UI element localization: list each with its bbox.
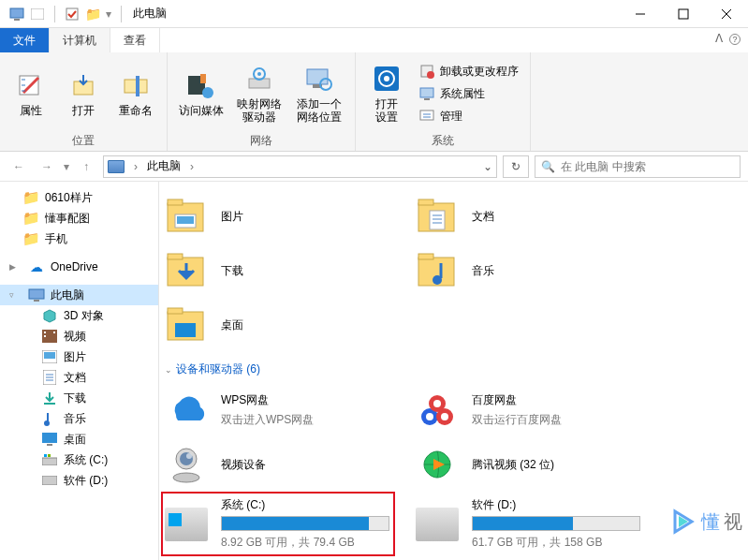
svg-rect-5: [679, 9, 688, 19]
library-item[interactable]: 桌面: [161, 298, 395, 352]
pc-icon: [108, 160, 125, 173]
tree-item[interactable]: 软件 (D:): [0, 470, 158, 491]
svg-rect-34: [44, 335, 46, 337]
drive-item[interactable]: WPS网盘双击进入WPS网盘: [161, 383, 395, 437]
drive-item[interactable]: 百度网盘双击运行百度网盘: [412, 383, 646, 437]
tab-computer[interactable]: 计算机: [50, 28, 110, 52]
drive-icon: [41, 473, 58, 488]
chevron-down-icon: ⌄: [165, 365, 172, 375]
maximize-button[interactable]: [662, 0, 705, 28]
tree-item[interactable]: 📁0610样片: [0, 187, 158, 208]
search-box[interactable]: 🔍: [535, 155, 741, 178]
tab-file[interactable]: 文件: [0, 28, 50, 52]
folder-icon: 📁: [22, 231, 39, 246]
svg-rect-27: [424, 98, 430, 100]
drive-item[interactable]: 视频设备: [161, 437, 395, 492]
ribbon-collapse[interactable]: ᐱ ?: [708, 28, 748, 52]
tree-item[interactable]: 视频: [0, 326, 158, 346]
expand-icon[interactable]: ▶: [9, 262, 19, 272]
svg-rect-42: [47, 444, 52, 446]
svg-point-65: [426, 413, 433, 420]
ribbon-group-network: 访问媒体 映射网络 驱动器 添加一个 网络位置 网络: [168, 52, 356, 151]
svg-rect-52: [418, 199, 433, 205]
drive-icon: [41, 452, 58, 467]
library-item[interactable]: 图片: [161, 189, 395, 243]
rename-button[interactable]: 重命名: [112, 66, 159, 121]
tree-item[interactable]: 音乐: [0, 408, 158, 429]
map-drive-button[interactable]: 映射网络 驱动器: [233, 60, 286, 127]
tree-item[interactable]: 3D 对象: [0, 305, 158, 326]
tree-item-this-pc[interactable]: ▿此电脑: [0, 285, 158, 305]
ribbon-group-system: 打开 设置 卸载或更改程序 系统属性 管理 系统: [356, 52, 531, 151]
library-item[interactable]: 下载: [161, 243, 395, 298]
navigation-pane: 📁0610样片 📁懂事配图 📁手机 ▶☁OneDrive ▿此电脑 3D 对象 …: [0, 182, 159, 560]
svg-rect-30: [34, 300, 39, 302]
manage-button[interactable]: 管理: [416, 107, 522, 126]
open-settings-button[interactable]: 打开 设置: [363, 60, 410, 127]
uninstall-programs-button[interactable]: 卸载或更改程序: [416, 62, 522, 81]
qat-dropdown[interactable]: ▾: [106, 7, 111, 21]
folder-icon: [30, 7, 45, 22]
collapse-icon[interactable]: ▿: [9, 290, 19, 300]
ribbon: 属性 打开 重命名 位置 访问媒体 映射网络 驱动器: [0, 52, 748, 152]
section-header-devices[interactable]: ⌄设备和驱动器 (6): [161, 352, 737, 383]
address-bar[interactable]: › 此电脑 › ⌄: [103, 155, 497, 178]
tree-item[interactable]: 下载: [0, 388, 158, 408]
usage-bar: [472, 516, 640, 531]
tree-item[interactable]: 系统 (C:): [0, 449, 158, 470]
folder-icon: 📁: [22, 211, 39, 226]
close-button[interactable]: [705, 0, 748, 28]
add-location-button[interactable]: 添加一个 网络位置: [291, 60, 347, 127]
up-button[interactable]: ↑: [75, 155, 97, 178]
svg-point-70: [186, 453, 192, 459]
open-button[interactable]: 打开: [60, 66, 107, 121]
drive-item[interactable]: 腾讯视频 (32 位): [412, 437, 646, 492]
forward-button[interactable]: →: [36, 155, 58, 178]
svg-rect-46: [42, 476, 57, 485]
back-button[interactable]: ←: [7, 155, 30, 178]
chevron-icon[interactable]: ›: [130, 160, 141, 173]
checkbox-icon[interactable]: [65, 7, 80, 22]
tree-item[interactable]: 📁懂事配图: [0, 208, 158, 228]
svg-rect-39: [44, 403, 55, 405]
search-input[interactable]: [561, 160, 734, 173]
tree-item[interactable]: 📁手机: [0, 228, 158, 249]
svg-point-17: [257, 72, 261, 76]
drive-item-c[interactable]: 系统 (C:) 8.92 GB 可用，共 79.4 GB: [161, 492, 395, 556]
quick-access-toolbar: 📁 ▾: [0, 6, 125, 22]
navigation-row: ← → ▾ ↑ › 此电脑 › ⌄ ↻ 🔍: [0, 152, 748, 182]
svg-point-40: [44, 420, 50, 426]
svg-point-71: [173, 473, 199, 482]
refresh-button[interactable]: ↻: [503, 155, 529, 178]
library-item[interactable]: 音乐: [412, 243, 646, 298]
library-item[interactable]: 文档: [412, 189, 646, 243]
tree-item[interactable]: 桌面: [0, 429, 158, 449]
search-icon: 🔍: [541, 160, 555, 173]
svg-rect-37: [44, 352, 55, 359]
drive-item-d[interactable]: 软件 (D:) 61.7 GB 可用，共 158 GB: [412, 492, 646, 556]
minimize-button[interactable]: [619, 0, 662, 28]
tab-view[interactable]: 查看: [110, 28, 160, 52]
breadcrumb[interactable]: 此电脑: [147, 158, 181, 174]
svg-point-25: [427, 71, 434, 79]
tree-item-onedrive[interactable]: ▶☁OneDrive: [0, 257, 158, 277]
tree-item[interactable]: 文档: [0, 367, 158, 388]
chevron-icon[interactable]: ›: [186, 160, 198, 173]
svg-rect-2: [31, 8, 44, 20]
drive-icon: [416, 508, 459, 541]
system-properties-button[interactable]: 系统属性: [416, 84, 522, 104]
cube-icon: [41, 308, 58, 323]
tree-item[interactable]: 图片: [0, 346, 158, 367]
history-dropdown[interactable]: ▾: [64, 160, 69, 173]
folder-icon[interactable]: 📁: [85, 7, 100, 22]
content-pane: 图片 文档 下载 音乐 桌面 ⌄设备和驱动器 (6) WPS网盘双击进入WPS网…: [159, 182, 748, 560]
access-media-button[interactable]: 访问媒体: [175, 66, 227, 121]
svg-rect-33: [44, 332, 46, 333]
svg-rect-43: [42, 458, 57, 465]
video-icon: [41, 329, 58, 344]
svg-rect-55: [168, 254, 183, 259]
address-dropdown[interactable]: ⌄: [483, 160, 492, 173]
properties-button[interactable]: 属性: [7, 66, 54, 121]
document-icon: [41, 370, 58, 385]
svg-rect-41: [42, 433, 57, 443]
